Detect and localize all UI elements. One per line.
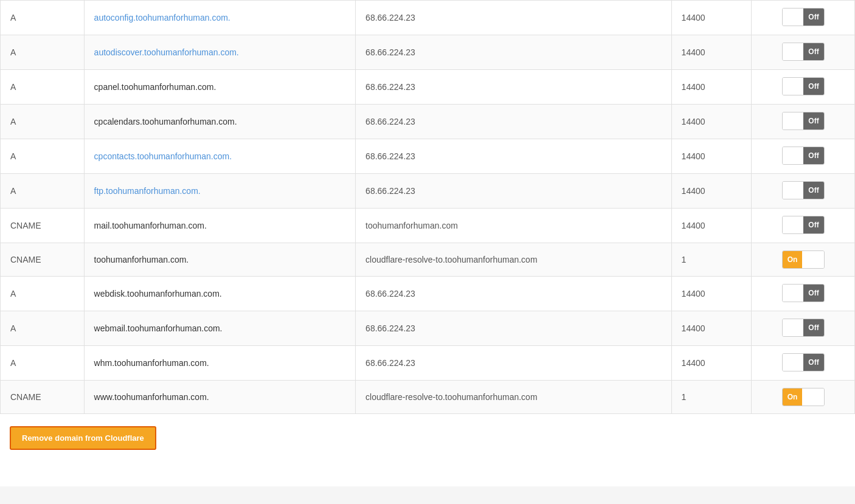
record-toggle[interactable]: On [752, 243, 855, 277]
record-value: 68.66.224.23 [356, 35, 672, 70]
toggle-off-switch[interactable]: Off [782, 319, 825, 337]
toggle-on-label: On [783, 388, 803, 406]
toggle-on-blank [802, 251, 823, 268]
record-name: autoconfig.toohumanforhuman.com. [84, 1, 356, 35]
toggle-off-switch[interactable]: Off [782, 8, 825, 26]
record-value: 68.66.224.23 [356, 1, 672, 35]
record-value: toohumanforhuman.com [356, 209, 672, 243]
record-type: A [1, 70, 85, 105]
record-toggle[interactable]: Off [752, 139, 855, 174]
record-ttl: 14400 [671, 209, 752, 243]
record-name: cpanel.toohumanforhuman.com. [84, 70, 356, 105]
remove-domain-button[interactable]: Remove domain from Cloudflare [10, 426, 156, 450]
toggle-off-label: Off [803, 182, 823, 199]
record-value: 68.66.224.23 [356, 105, 672, 139]
record-ttl: 14400 [671, 139, 752, 174]
record-name: whm.toohumanforhuman.com. [84, 346, 356, 381]
record-name: webdisk.toohumanforhuman.com. [84, 277, 356, 311]
record-type: A [1, 35, 85, 70]
record-ttl: 14400 [671, 311, 752, 346]
record-ttl: 14400 [671, 105, 752, 139]
record-value: 68.66.224.23 [356, 311, 672, 346]
record-name: ftp.toohumanforhuman.com. [84, 174, 356, 209]
record-toggle[interactable]: Off [752, 346, 855, 381]
record-name: toohumanforhuman.com. [84, 243, 356, 277]
record-name: webmail.toohumanforhuman.com. [84, 311, 356, 346]
toggle-off-label: Off [803, 319, 823, 336]
toggle-off-blank [783, 147, 804, 164]
toggle-off-switch[interactable]: Off [782, 353, 825, 371]
record-value: 68.66.224.23 [356, 70, 672, 105]
record-value: cloudflare-resolve-to.toohumanforhuman.c… [356, 381, 672, 414]
record-ttl: 14400 [671, 1, 752, 35]
record-name: cpcalendars.toohumanforhuman.com. [84, 105, 356, 139]
toggle-off-blank [783, 285, 804, 302]
record-type: A [1, 277, 85, 311]
record-toggle[interactable]: Off [752, 209, 855, 243]
record-toggle[interactable]: Off [752, 277, 855, 311]
record-toggle[interactable]: On [752, 381, 855, 414]
record-toggle[interactable]: Off [752, 311, 855, 346]
record-ttl: 14400 [671, 277, 752, 311]
record-ttl: 14400 [671, 174, 752, 209]
toggle-off-label: Off [803, 147, 823, 164]
record-ttl: 14400 [671, 70, 752, 105]
toggle-on-blank [802, 388, 823, 406]
record-type: CNAME [1, 209, 85, 243]
record-toggle[interactable]: Off [752, 1, 855, 35]
toggle-on-label: On [783, 251, 803, 268]
toggle-off-label: Off [803, 9, 823, 26]
toggle-off-blank [783, 43, 804, 60]
toggle-off-blank [783, 216, 804, 233]
toggle-off-label: Off [803, 285, 823, 302]
record-type: A [1, 311, 85, 346]
record-name: www.toohumanforhuman.com. [84, 381, 356, 414]
record-ttl: 1 [671, 381, 752, 414]
record-value: 68.66.224.23 [356, 139, 672, 174]
toggle-off-switch[interactable]: Off [782, 284, 825, 302]
toggle-off-switch[interactable]: Off [782, 112, 825, 130]
record-value: 68.66.224.23 [356, 174, 672, 209]
record-value: 68.66.224.23 [356, 346, 672, 381]
record-toggle[interactable]: Off [752, 174, 855, 209]
toggle-off-switch[interactable]: Off [782, 43, 825, 61]
record-name: mail.toohumanforhuman.com. [84, 209, 356, 243]
record-toggle[interactable]: Off [752, 35, 855, 70]
toggle-off-blank [783, 78, 804, 95]
toggle-on-switch[interactable]: On [782, 388, 825, 406]
toggle-off-label: Off [803, 78, 823, 95]
record-value: 68.66.224.23 [356, 277, 672, 311]
record-name: autodiscover.toohumanforhuman.com. [84, 35, 356, 70]
record-type: A [1, 139, 85, 174]
record-type: A [1, 346, 85, 381]
record-type: A [1, 174, 85, 209]
record-type: CNAME [1, 243, 85, 277]
record-value: cloudflare-resolve-to.toohumanforhuman.c… [356, 243, 672, 277]
record-toggle[interactable]: Off [752, 70, 855, 105]
record-ttl: 1 [671, 243, 752, 277]
record-type: CNAME [1, 381, 85, 414]
dns-records-table: Aautoconfig.toohumanforhuman.com.68.66.2… [0, 0, 855, 414]
toggle-off-label: Off [803, 43, 823, 60]
record-name: cpcontacts.toohumanforhuman.com. [84, 139, 356, 174]
toggle-off-switch[interactable]: Off [782, 147, 825, 165]
toggle-off-blank [783, 112, 804, 129]
toggle-off-switch[interactable]: Off [782, 216, 825, 234]
toggle-off-blank [783, 319, 804, 336]
toggle-on-switch[interactable]: On [782, 250, 825, 269]
page-wrapper: Aautoconfig.toohumanforhuman.com.68.66.2… [0, 0, 855, 486]
toggle-off-blank [783, 182, 804, 199]
record-type: A [1, 105, 85, 139]
record-ttl: 14400 [671, 35, 752, 70]
record-toggle[interactable]: Off [752, 105, 855, 139]
toggle-off-label: Off [803, 216, 823, 233]
toggle-off-switch[interactable]: Off [782, 181, 825, 199]
toggle-off-blank [783, 354, 804, 371]
record-type: A [1, 1, 85, 35]
toggle-off-switch[interactable]: Off [782, 77, 825, 95]
toggle-off-blank [783, 9, 804, 26]
record-ttl: 14400 [671, 346, 752, 381]
toggle-off-label: Off [803, 112, 823, 129]
toggle-off-label: Off [803, 354, 823, 371]
